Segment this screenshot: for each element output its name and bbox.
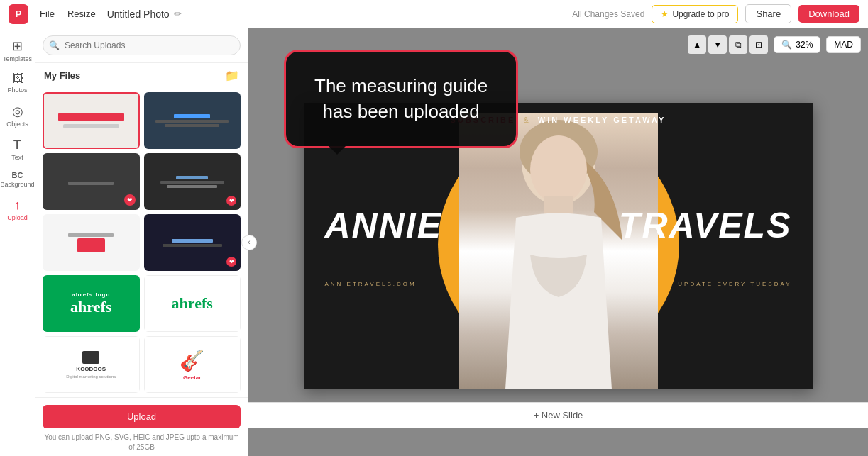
text-icon: T: [13, 138, 21, 152]
menu-resize[interactable]: Resize: [67, 9, 96, 19]
text-label: Text: [11, 154, 23, 161]
document-title[interactable]: Untitled Photo: [107, 9, 170, 20]
sidebar-item-objects[interactable]: ◎ Objects: [2, 99, 33, 132]
expand-button[interactable]: ⊡: [749, 35, 768, 54]
tooltip-line2: has been uploaded: [314, 99, 488, 124]
sidebar-item-photos[interactable]: 🖼 Photos: [2, 68, 33, 98]
upload-icon: ↑: [14, 198, 21, 213]
file-thumb-6[interactable]: ❤: [144, 214, 241, 271]
file-thumb-ahrefs-white[interactable]: ahrefs: [144, 275, 241, 332]
topbar-right: All Changes Saved ★ Upgrade to pro Share…: [572, 4, 859, 23]
new-slide-bar[interactable]: + New Slide: [248, 402, 868, 428]
topbar: P File Resize Untitled Photo ✏ All Chang…: [0, 0, 868, 28]
files-grid: ❤ ❤: [35, 88, 248, 397]
file-thumb-2[interactable]: [144, 92, 241, 149]
main-layout: ⊞ Templates 🖼 Photos ◎ Objects T Text BC…: [0, 28, 868, 456]
upload-section: Upload You can upload PNG, SVG, HEIC and…: [35, 397, 248, 456]
slide-text-right: TRAVELS UPDATE EVERY TUESDAY: [619, 205, 792, 287]
templates-icon: ⊞: [12, 38, 23, 54]
svg-point-2: [530, 135, 587, 204]
app-logo[interactable]: P: [9, 4, 28, 24]
upload-button[interactable]: Upload: [43, 405, 241, 428]
slide-annie-text: ANNIE: [325, 205, 443, 246]
edit-title-icon[interactable]: ✏: [174, 9, 182, 19]
tooltip-line1: The measuring guide: [314, 73, 488, 99]
user-avatar: MAD: [834, 40, 853, 50]
slide-nav-arrows: ▲ ▼ ⧉ ⊡: [688, 35, 768, 54]
canvas-user: MAD: [826, 36, 861, 53]
sidebar-item-text[interactable]: T Text: [2, 133, 33, 165]
search-input[interactable]: [43, 35, 241, 55]
files-header: My Files 📁: [35, 63, 248, 88]
search-wrapper: 🔍: [43, 35, 241, 55]
sidebar-item-upload[interactable]: ↑ Upload: [2, 194, 33, 226]
topbar-title: Untitled Photo ✏: [107, 9, 182, 20]
background-label: Background: [0, 181, 34, 188]
file-thumb-5[interactable]: [43, 214, 140, 271]
icon-sidebar: ⊞ Templates 🖼 Photos ◎ Objects T Text BC…: [0, 28, 35, 456]
sidebar-item-templates[interactable]: ⊞ Templates: [2, 34, 33, 67]
canvas-toolbar: ▲ ▼ ⧉ ⊡ 🔍 32% MAD: [688, 35, 861, 54]
background-icon: BC: [12, 171, 23, 179]
file-thumb-4[interactable]: ❤: [144, 153, 241, 210]
upload-label: Upload: [7, 214, 28, 221]
collapse-panel-button[interactable]: ‹: [241, 235, 257, 250]
slide-line-right: [707, 252, 792, 252]
share-button[interactable]: Share: [745, 4, 791, 23]
topbar-menu: File Resize: [40, 9, 96, 19]
objects-icon: ◎: [12, 104, 23, 119]
zoom-level: 32%: [796, 40, 813, 50]
duplicate-slide-button[interactable]: ⧉: [729, 35, 747, 54]
nav-down-button[interactable]: ▼: [708, 35, 727, 54]
slide-travels-text: TRAVELS: [619, 205, 792, 246]
slide-text-left: ANNIE ANNIETRAVELS.COM: [325, 205, 443, 287]
slide-line-left: [325, 252, 410, 252]
files-search-bar: 🔍: [35, 28, 248, 63]
file-thumb-1[interactable]: [43, 92, 140, 149]
file-thumb-3[interactable]: ❤: [43, 153, 140, 210]
upload-hint: You can upload PNG, SVG, HEIC and JPEG u…: [43, 433, 241, 452]
search-icon: 🔍: [49, 40, 60, 50]
file-thumb-geetar[interactable]: 🎸 Geetar: [144, 336, 241, 393]
slide-update: UPDATE EVERY TUESDAY: [619, 281, 792, 287]
canvas-area: The measuring guide has been uploaded ▲ …: [248, 28, 868, 456]
files-panel-wrapper: 🔍 My Files 📁: [35, 28, 248, 456]
my-files-label: My Files: [44, 70, 80, 81]
canvas-zoom[interactable]: 🔍 32%: [774, 36, 820, 53]
upgrade-button[interactable]: ★ Upgrade to pro: [652, 5, 738, 23]
star-icon: ★: [661, 9, 669, 19]
tooltip-bubble: The measuring guide has been uploaded: [284, 50, 518, 148]
file-thumb-ahrefs-green[interactable]: ahrefs logo ahrefs: [43, 275, 140, 332]
photos-icon: 🖼: [12, 72, 23, 85]
save-status: All Changes Saved: [572, 9, 644, 19]
file-thumb-koodoos[interactable]: KOODOOS Digital marketing solutions: [43, 336, 140, 393]
menu-file[interactable]: File: [40, 9, 55, 19]
new-slide-label: + New Slide: [534, 410, 583, 421]
objects-label: Objects: [6, 121, 28, 128]
templates-label: Templates: [3, 55, 32, 62]
nav-up-button[interactable]: ▲: [688, 35, 706, 54]
add-folder-icon[interactable]: 📁: [225, 69, 239, 82]
zoom-icon: 🔍: [781, 40, 792, 50]
download-button[interactable]: Download: [798, 5, 859, 23]
slide-url: ANNIETRAVELS.COM: [325, 281, 443, 287]
sidebar-item-background[interactable]: BC Background: [2, 167, 33, 192]
files-panel: 🔍 My Files 📁: [35, 28, 248, 456]
photos-label: Photos: [7, 87, 27, 94]
